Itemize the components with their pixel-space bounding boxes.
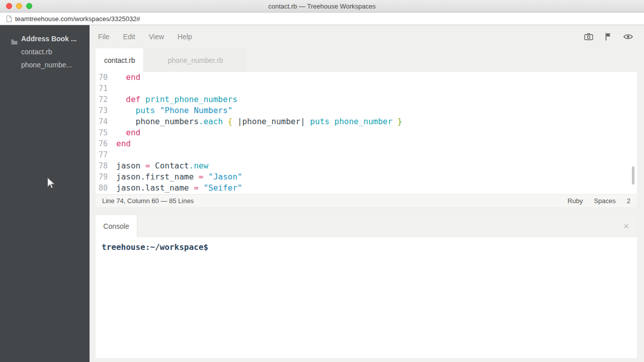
code-lines: 70 end7172 def print_phone_numbers73 put… [96,72,637,194]
file-sidebar: Address Book ... contact.rb phone_numbe.… [0,25,90,362]
sidebar-item-label: phone_numbe... [21,61,72,69]
line-number: 74 [97,116,108,127]
console-prompt: treehouse:~/workspace$ [102,242,208,252]
window-titlebar: contact.rb — Treehouse Workspaces [0,0,644,13]
code-text: jason.last_name = "Seifer" [116,183,242,193]
code-text: jason.first_name = "Jason" [116,172,242,182]
menu-bar: File Edit View Help [90,25,644,48]
sidebar-item-label: Address Book ... [21,35,76,43]
line-number: 78 [97,160,108,171]
line-number: 72 [97,94,108,105]
code-line: 70 end [96,72,637,83]
url-bar[interactable]: teamtreehouse.com/workspaces/3325032# [0,13,644,25]
sidebar-item-label: contact.rb [21,48,52,56]
camera-icon[interactable] [584,33,593,40]
main-pane: File Edit View Help contact.rb [90,25,644,362]
mouse-cursor [47,177,56,192]
code-line: 73 puts "Phone Numbers" [96,105,637,116]
window-title: contact.rb — Treehouse Workspaces [0,3,644,10]
tab-label: phone_number.rb [168,56,223,64]
eye-icon[interactable] [623,34,633,40]
code-line: 74 phone_numbers.each { |phone_number| p… [96,116,637,127]
status-right: Ruby Spaces 2 [568,197,630,205]
menu-item-file[interactable]: File [98,33,110,41]
sidebar-item-contact-rb[interactable]: contact.rb [0,45,90,58]
code-text: end [116,139,131,148]
console-header: Console × [96,215,637,237]
code-text: jason = Contact.new [116,161,208,170]
code-text: end [116,72,140,82]
url-text[interactable]: teamtreehouse.com/workspaces/3325032# [15,15,140,23]
status-cursor-position: Line 74, Column 60 — 85 Lines [102,197,194,205]
status-language[interactable]: Ruby [568,197,583,205]
code-line: 77 [96,149,637,160]
line-number: 73 [97,105,108,116]
code-text: phone_numbers.each { |phone_number| puts… [116,117,402,126]
tab-label: contact.rb [104,56,135,64]
editor-statusbar: Line 74, Column 60 — 85 Lines Ruby Space… [96,194,637,207]
status-indent-value[interactable]: 2 [627,197,630,205]
line-number: 70 [97,72,108,83]
status-indent-label[interactable]: Spaces [594,197,615,205]
menu-item-view[interactable]: View [149,33,164,41]
code-line: 80jason.last_name = "Seifer" [96,183,637,194]
line-number: 79 [97,171,108,183]
flag-icon[interactable] [605,33,611,41]
page-icon [6,15,12,23]
editor-scrollbar[interactable] [632,166,634,185]
menu-item-edit[interactable]: Edit [123,33,135,41]
code-text: def print_phone_numbers [116,95,237,104]
line-number: 76 [97,138,108,149]
code-text: end [116,128,140,137]
editor-tabbar: contact.rb phone_number.rb [90,48,644,72]
console-tab-label: Console [103,222,129,230]
line-number: 75 [97,127,108,138]
sidebar-item-phone-number-rb[interactable]: phone_numbe... [0,58,90,71]
tab-contact-rb[interactable]: contact.rb [96,48,143,72]
console-tab[interactable]: Console [96,215,137,237]
console-panel: Console × treehouse:~/workspace$ [96,215,637,358]
tab-phone-number-rb[interactable]: phone_number.rb [143,48,247,72]
line-number: 77 [97,149,108,160]
code-line: 79jason.first_name = "Jason" [96,171,637,183]
sidebar-item-address-book[interactable]: Address Book ... [0,32,90,45]
line-number: 71 [97,83,108,94]
code-line: 75 end [96,127,637,138]
code-line: 76end [96,138,637,149]
code-line: 78jason = Contact.new [96,160,637,171]
code-line: 71 [96,83,637,94]
line-number: 80 [97,183,108,194]
menu-item-help[interactable]: Help [178,33,192,41]
workspace-window: contact.rb — Treehouse Workspaces teamtr… [0,0,644,362]
code-editor[interactable]: 70 end7172 def print_phone_numbers73 put… [96,72,637,194]
toolbar-icons [584,33,633,41]
console-close-icon[interactable]: × [623,222,637,231]
code-line: 72 def print_phone_numbers [96,94,637,105]
code-text: puts "Phone Numbers" [116,106,232,115]
console-terminal[interactable]: treehouse:~/workspace$ [96,237,637,358]
